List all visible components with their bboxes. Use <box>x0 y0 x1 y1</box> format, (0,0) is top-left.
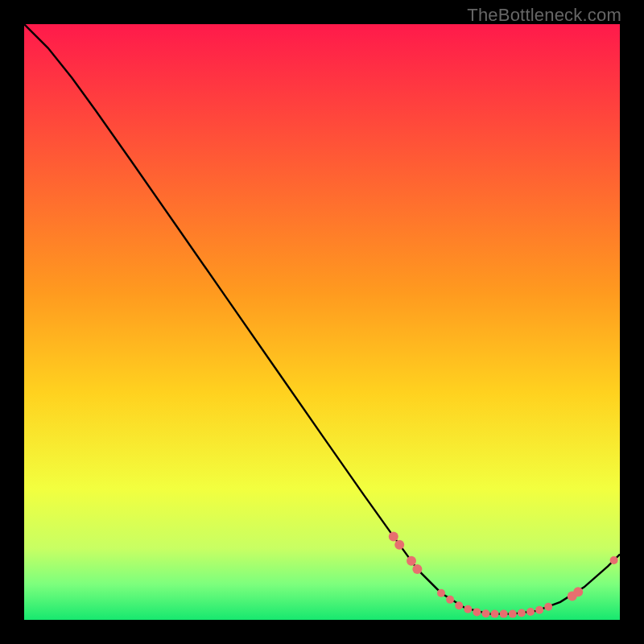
data-marker <box>473 608 481 616</box>
data-marker <box>446 596 454 604</box>
chart-frame: TheBottleneck.com <box>0 0 644 644</box>
data-marker <box>455 601 463 609</box>
data-marker <box>500 610 508 618</box>
data-marker <box>491 610 499 618</box>
data-marker <box>437 589 445 597</box>
data-marker <box>412 564 422 574</box>
data-marker <box>394 540 404 550</box>
data-marker <box>544 603 552 611</box>
data-marker <box>482 609 490 617</box>
data-marker <box>464 605 472 613</box>
bottleneck-chart <box>24 24 620 620</box>
data-marker <box>526 608 535 616</box>
data-marker <box>535 606 543 614</box>
data-marker <box>407 556 416 566</box>
data-marker <box>518 609 526 617</box>
data-marker <box>509 610 517 618</box>
watermark-text: TheBottleneck.com <box>467 5 621 26</box>
data-marker <box>610 556 618 564</box>
data-marker <box>573 587 583 597</box>
chart-background <box>24 24 620 620</box>
data-marker <box>389 531 398 541</box>
